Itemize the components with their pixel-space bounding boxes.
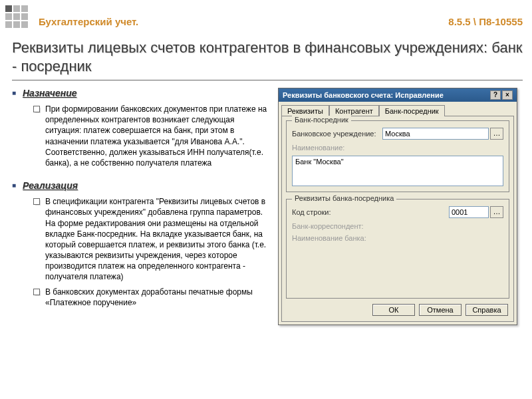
tab-kontragent[interactable]: Контрагент <box>329 105 379 116</box>
group-bank-posrednik: Банк-посредник Банковское учреждение: … … <box>286 120 509 192</box>
corner-decoration <box>5 5 28 28</box>
text-column: Назначение При формировании банковских д… <box>12 88 270 325</box>
realization-item-2: В банковских документах доработаны печат… <box>45 287 270 308</box>
tab-rekvizity[interactable]: Реквизиты <box>281 105 329 116</box>
page-title: Реквизиты лицевых счетов контрагентов в … <box>12 39 523 75</box>
input-kod-stroki[interactable] <box>449 206 489 218</box>
lookup-button-bank[interactable]: … <box>490 128 503 140</box>
tab-bank-posrednik[interactable]: Банк-посредник <box>379 105 445 116</box>
label-bank-korrespondent: Банк-корреспондент: <box>292 222 378 230</box>
help-button[interactable]: Справка <box>466 304 508 316</box>
header-right: 8.5.5 \ П8-10555 <box>448 16 523 27</box>
groupbox-label-1: Банк-посредник <box>292 116 351 124</box>
header-left: Бухгалтерский учет. <box>39 16 138 27</box>
label-naimenovanie: Наименование: <box>292 144 378 152</box>
purpose-text: При формировании банковских документов п… <box>45 104 270 168</box>
dialog-title-text: Реквизиты банковского счета: Исправление <box>283 91 444 99</box>
ok-button[interactable]: ОК <box>372 304 415 316</box>
lookup-button-kod[interactable]: … <box>490 206 503 218</box>
section-heading-realization: Реализация <box>23 180 78 191</box>
cancel-button[interactable]: Отмена <box>419 304 462 316</box>
realization-item-1: В спецификации контрагента "Реквизиты ли… <box>45 196 270 283</box>
dialog-button-bar: ОК Отмена Справка <box>372 304 508 316</box>
groupbox-label-2: Реквизиты банка-посредника <box>292 194 396 202</box>
label-naimenovanie-banka: Наименование банка: <box>292 234 378 242</box>
tab-panel: Банк-посредник Банковское учреждение: … … <box>281 116 514 322</box>
label-kod-stroki: Код строки: <box>292 208 378 216</box>
dialog-window: Реквизиты банковского счета: Исправление… <box>278 88 517 325</box>
section-heading-purpose: Назначение <box>23 88 77 98</box>
dialog-titlebar[interactable]: Реквизиты банковского счета: Исправление… <box>279 88 517 102</box>
help-icon[interactable]: ? <box>490 90 501 100</box>
slide-header: Бухгалтерский учет. 8.5.5 \ П8-10555 <box>39 16 523 27</box>
textarea-naimenovanie[interactable]: Банк "Москва" <box>292 156 503 186</box>
dialog-tabs: Реквизиты Контрагент Банк-посредник <box>279 102 517 116</box>
close-icon[interactable]: × <box>502 90 513 100</box>
label-bank-uchrezhdenie: Банковское учреждение: <box>292 130 378 138</box>
input-bank-uchrezhdenie[interactable] <box>382 128 489 140</box>
group-rekvizity-posrednika: Реквизиты банка-посредника Код строки: …… <box>286 199 509 299</box>
content-area: Назначение При формировании банковских д… <box>12 88 523 325</box>
title-divider <box>12 80 523 80</box>
